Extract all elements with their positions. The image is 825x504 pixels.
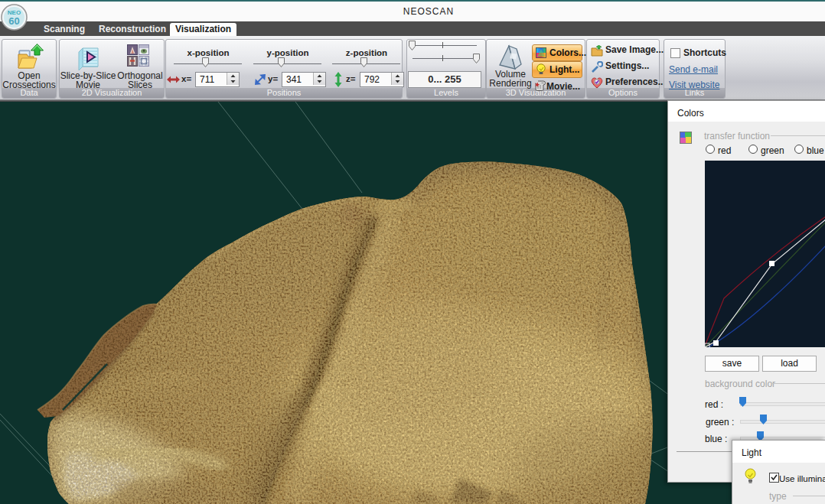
svg-text:60: 60 xyxy=(8,15,19,27)
